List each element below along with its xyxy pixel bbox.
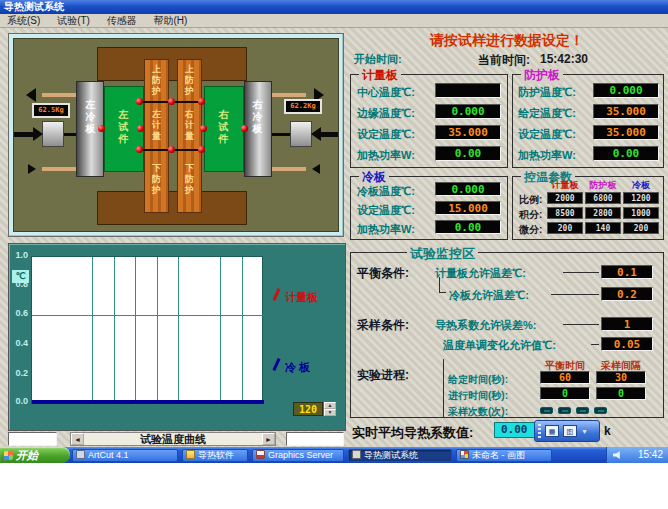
- flow-arrow-icon: [312, 164, 320, 174]
- guard-top-right-label: 上防护: [183, 64, 196, 96]
- task-label: ArtCut 4.1: [88, 450, 129, 460]
- balance-row2-label: 冷板允许温差℃:: [449, 288, 529, 303]
- gridline: [157, 257, 158, 405]
- field-label: 加热功率W:: [357, 222, 415, 237]
- coolant-pipe: [42, 93, 76, 97]
- banner-message: 请按试样进行数据设定！: [348, 32, 666, 50]
- pid-i-cell[interactable]: 8500: [547, 207, 583, 219]
- status-box-left: [8, 432, 57, 446]
- speaker-icon[interactable]: [613, 451, 622, 459]
- field-label: 给定温度℃:: [518, 106, 576, 121]
- x-span-spinner: ▲ ▼: [324, 402, 336, 416]
- sampling-row2-label: 温度单调变化允许值℃:: [443, 338, 556, 353]
- spin-up-icon[interactable]: ▲: [324, 402, 336, 409]
- gridline: [220, 257, 221, 405]
- paint-icon: [460, 450, 469, 459]
- set-temp-input[interactable]: 15.000: [435, 201, 501, 215]
- langbar-options-icon[interactable]: ▼: [581, 428, 588, 435]
- y-tick: 0.6: [9, 308, 28, 318]
- group-title: 计量板: [359, 67, 401, 84]
- set-temp-input[interactable]: 35.000: [593, 125, 659, 140]
- x-span-value[interactable]: 120: [293, 402, 323, 416]
- cold-allow-diff-input[interactable]: 0.2: [601, 287, 653, 301]
- window-title: 导热测试系统: [4, 1, 64, 12]
- specimen-left-label: 左试件: [117, 109, 130, 145]
- set-temp-input[interactable]: 35.000: [435, 125, 501, 140]
- app-icon: [352, 450, 361, 459]
- sample-count-led: [540, 407, 553, 414]
- sensor-dot: [137, 125, 144, 132]
- elapsed-time-label: 进行时间(秒):: [448, 389, 508, 403]
- pid-d-cell[interactable]: 200: [547, 222, 583, 234]
- taskbar-task-graphics-server[interactable]: Graphics Server: [252, 449, 344, 462]
- furnace-frame-bottom: [97, 191, 247, 225]
- y-tick: 0.8: [9, 279, 28, 289]
- field-label: 加热功率W:: [518, 148, 576, 163]
- metering-right-label: 右计量: [183, 109, 196, 141]
- legend-mark-metering: [272, 288, 280, 301]
- scroll-right-icon[interactable]: ►: [262, 433, 275, 445]
- load-display-right: 62.2Kg: [284, 99, 322, 114]
- start-button[interactable]: 开始: [0, 447, 70, 463]
- taskbar-task-paint[interactable]: 未命名 - 画图: [456, 449, 552, 462]
- ime-icon[interactable]: 图: [563, 425, 577, 437]
- pid-p-cell[interactable]: 6800: [585, 192, 621, 204]
- menu-test[interactable]: 试验(T): [50, 14, 97, 28]
- taskbar-task-artcut[interactable]: ArtCut 4.1: [72, 449, 178, 462]
- menu-help[interactable]: 帮助(H): [146, 14, 194, 28]
- field-label: 设定温度℃:: [518, 127, 576, 142]
- pid-p-cell[interactable]: 2000: [547, 192, 583, 204]
- pid-row-label: 微分:: [519, 223, 542, 237]
- result-unit: k: [604, 424, 611, 438]
- metering-allow-diff-input[interactable]: 0.1: [601, 265, 653, 279]
- guard-bottom-left-label: 下防护: [150, 163, 163, 195]
- sensor-dot: [168, 98, 175, 105]
- sensor-dot: [200, 125, 207, 132]
- pid-d-cell[interactable]: 140: [585, 222, 621, 234]
- y-tick: 0.2: [9, 368, 28, 378]
- y-tick: 0.0: [9, 396, 28, 406]
- system-tray: 15:42: [606, 447, 668, 463]
- chart-scrollbar: ◄ 试验温度曲线 ►: [70, 432, 276, 446]
- pid-i-cell[interactable]: 2800: [585, 207, 621, 219]
- balance-time-input[interactable]: 60: [540, 371, 590, 384]
- legend-mark-cold: [272, 358, 280, 371]
- interval-time-input[interactable]: 30: [596, 371, 646, 384]
- pid-row-label: 比例:: [519, 193, 542, 207]
- menu-system[interactable]: 系统(S): [0, 14, 47, 28]
- pid-d-cell[interactable]: 200: [623, 222, 659, 234]
- progress-label: 实验进程:: [357, 367, 409, 384]
- balance-row1-label: 计量板允许温差℃:: [435, 266, 526, 281]
- scroll-left-icon[interactable]: ◄: [71, 433, 84, 445]
- sample-count-led: [594, 407, 607, 414]
- progress-table: 平衡时间 采样间隔 给定时间(秒): 60 30 进行时间(秒): 0 0 采样…: [443, 359, 659, 417]
- language-bar[interactable]: ▦ 图 ▼: [534, 420, 600, 442]
- field-label: 设定温度℃:: [357, 127, 415, 142]
- keyboard-icon[interactable]: ▦: [545, 425, 559, 437]
- group-metering-plate: 计量板 中心温度℃: 边缘温度℃: 0.000 设定温度℃: 35.000 加热…: [350, 74, 508, 168]
- taskbar-task-folder[interactable]: 导热软件: [182, 449, 248, 462]
- center-temp-display: [435, 83, 501, 98]
- coolant-pipe: [42, 167, 76, 171]
- langbar-grip[interactable]: [538, 424, 541, 438]
- sampling-label: 采样条件:: [357, 317, 409, 334]
- gridline: [242, 257, 243, 405]
- sensor-dot: [198, 98, 205, 105]
- taskbar-task-thermal-system[interactable]: 导热测试系统: [348, 449, 452, 462]
- load-display-left: 62.5Kg: [32, 103, 70, 118]
- pid-i-cell[interactable]: 1000: [623, 207, 659, 219]
- menu-sensor[interactable]: 传感器: [100, 14, 144, 28]
- spin-down-icon[interactable]: ▼: [324, 409, 336, 416]
- legend-label-cold: 冷 板: [285, 360, 310, 375]
- conductivity-error-input[interactable]: 1: [601, 317, 653, 331]
- elapsed-interval-display: 0: [596, 387, 646, 400]
- gridline: [32, 315, 264, 316]
- sample-count-led: [558, 407, 571, 414]
- monotonic-change-input[interactable]: 0.05: [601, 337, 653, 351]
- flow-arrow-icon: [28, 164, 36, 174]
- pid-p-cell[interactable]: 1200: [623, 192, 659, 204]
- titlebar[interactable]: 导热测试系统: [0, 0, 668, 14]
- task-label: 未命名 - 画图: [472, 450, 525, 460]
- heat-power-display: 0.00: [593, 146, 659, 161]
- press-shaft: [272, 133, 290, 136]
